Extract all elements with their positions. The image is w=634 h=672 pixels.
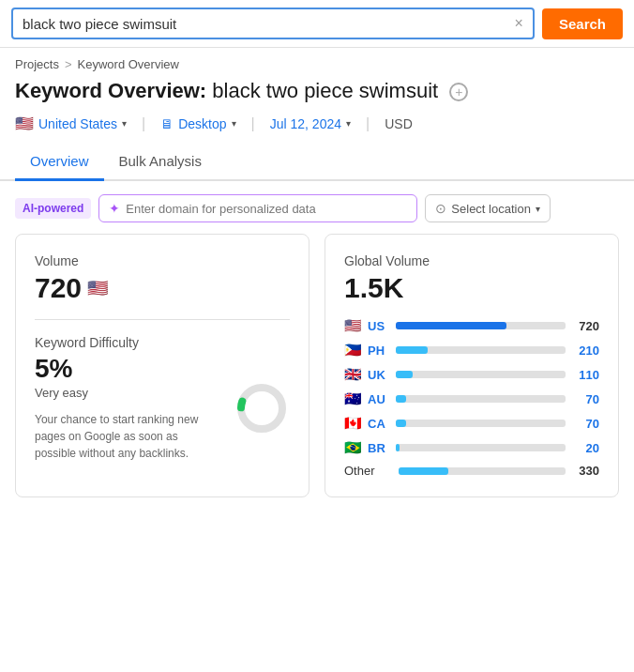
other-row: Other 330 (344, 464, 599, 478)
filter-sep-3: | (366, 115, 370, 132)
search-button[interactable]: Search (542, 8, 623, 39)
breadcrumb-separator: > (65, 57, 72, 71)
kd-percent: 5% (35, 354, 219, 384)
filter-sep-1: | (142, 115, 145, 132)
bar-fill-br (396, 444, 400, 451)
count-uk: 110 (571, 368, 599, 382)
location-filter[interactable]: 🇺🇸 United States ▾ (15, 115, 127, 132)
filters-row: 🇺🇸 United States ▾ | 🖥 Desktop ▾ | Jul 1… (0, 115, 634, 145)
count-au: 70 (571, 392, 599, 406)
kd-sublabel: Very easy (35, 386, 219, 400)
count-br: 20 (571, 441, 599, 455)
volume-card: Volume 720 🇺🇸 Keyword Difficulty 5% Very… (15, 234, 309, 497)
kd-donut-chart (234, 380, 290, 436)
bar-track-other (399, 467, 566, 475)
country-row-us: 🇺🇸 US 720 (344, 317, 599, 334)
ai-bar: AI-powered ✦ ⊙ Select location ▾ (0, 181, 634, 234)
location-chevron-icon: ▾ (122, 118, 127, 129)
flag-ca: 🇨🇦 (344, 415, 362, 432)
bar-fill-us (396, 322, 506, 329)
global-volume-card: Global Volume 1.5K 🇺🇸 US 720 🇵🇭 PH 210 (325, 234, 619, 497)
device-icon: 🖥 (160, 116, 174, 131)
select-location-button[interactable]: ⊙ Select location ▾ (425, 194, 551, 222)
tab-bulk-analysis[interactable]: Bulk Analysis (104, 145, 217, 181)
global-volume-label: Global Volume (344, 253, 599, 268)
kd-label: Keyword Difficulty (35, 335, 290, 350)
location-pin-icon: ⊙ (435, 201, 446, 216)
device-chevron-icon: ▾ (232, 118, 236, 129)
page-title-keyword: black two piece swimsuit (212, 79, 438, 102)
add-keyword-icon[interactable]: + (449, 83, 468, 101)
country-row-br: 🇧🇷 BR 20 (344, 439, 599, 456)
date-filter[interactable]: Jul 12, 2024 ▾ (270, 116, 351, 131)
breadcrumb-current: Keyword Overview (78, 57, 179, 71)
count-us: 720 (571, 319, 599, 333)
volume-label: Volume (35, 253, 290, 268)
kd-desc: Your chance to start ranking new pages o… (35, 411, 219, 462)
code-br: BR (368, 441, 390, 455)
bar-track-ca (396, 420, 566, 427)
country-row-uk: 🇬🇧 UK 110 (344, 366, 599, 383)
spark-icon: ✦ (109, 201, 120, 216)
date-label: Jul 12, 2024 (270, 116, 341, 131)
domain-input-wrapper: ✦ (98, 194, 417, 222)
tabs-bar: Overview Bulk Analysis (0, 145, 634, 181)
cards-row: Volume 720 🇺🇸 Keyword Difficulty 5% Very… (0, 234, 634, 516)
domain-input[interactable] (126, 202, 407, 216)
volume-value-row: 720 🇺🇸 (35, 272, 290, 304)
bar-fill-uk (396, 371, 413, 378)
flag-au: 🇦🇺 (344, 390, 362, 407)
code-us: US (368, 319, 390, 333)
bar-track-us (396, 322, 566, 329)
kd-text-col: 5% Very easy Your chance to start rankin… (35, 354, 219, 462)
bar-fill-ca (396, 420, 406, 427)
filter-sep-2: | (251, 115, 255, 132)
global-volume-value: 1.5K (344, 272, 599, 304)
bar-track-au (396, 395, 566, 403)
bar-track-ph (396, 346, 566, 354)
code-ca: CA (368, 417, 390, 431)
volume-flag: 🇺🇸 (87, 278, 108, 298)
date-chevron-icon: ▾ (346, 118, 351, 129)
bar-fill-other (399, 467, 448, 475)
select-location-label: Select location (451, 202, 531, 216)
svg-point-0 (241, 388, 282, 429)
location-flag: 🇺🇸 (15, 115, 34, 132)
volume-value: 720 (35, 272, 82, 304)
bar-track-br (396, 444, 566, 451)
code-ph: PH (368, 344, 390, 358)
count-other: 330 (571, 464, 599, 478)
country-row-ca: 🇨🇦 CA 70 (344, 415, 599, 432)
country-row-au: 🇦🇺 AU 70 (344, 390, 599, 407)
device-label: Desktop (178, 116, 226, 131)
page-title-prefix: Keyword Overview: (15, 79, 206, 102)
page-title: Keyword Overview: black two piece swimsu… (0, 75, 634, 115)
clear-icon[interactable]: × (515, 15, 523, 32)
kd-row: 5% Very easy Your chance to start rankin… (35, 354, 290, 462)
tab-overview[interactable]: Overview (15, 145, 104, 181)
breadcrumb-projects[interactable]: Projects (15, 57, 59, 71)
count-ca: 70 (571, 417, 599, 431)
currency-label: USD (385, 116, 413, 131)
flag-br: 🇧🇷 (344, 439, 362, 456)
search-bar: × Search (0, 0, 634, 48)
search-input[interactable] (23, 16, 509, 32)
location-label: United States (38, 116, 117, 131)
code-au: AU (368, 392, 390, 406)
bar-fill-ph (396, 346, 428, 354)
flag-us: 🇺🇸 (344, 317, 362, 334)
search-input-container: × (11, 8, 535, 39)
ai-badge: AI-powered (15, 198, 91, 219)
flag-uk: 🇬🇧 (344, 366, 362, 383)
breadcrumb: Projects > Keyword Overview (0, 48, 634, 75)
select-location-chevron-icon: ▾ (536, 204, 540, 214)
other-label: Other (344, 464, 393, 478)
count-ph: 210 (571, 344, 599, 358)
card-divider (35, 319, 290, 320)
code-uk: UK (368, 368, 390, 382)
country-rows: 🇺🇸 US 720 🇵🇭 PH 210 🇬🇧 UK (344, 317, 599, 456)
bar-track-uk (396, 371, 566, 378)
country-row-ph: 🇵🇭 PH 210 (344, 342, 599, 359)
flag-ph: 🇵🇭 (344, 342, 362, 359)
device-filter[interactable]: 🖥 Desktop ▾ (160, 116, 235, 131)
